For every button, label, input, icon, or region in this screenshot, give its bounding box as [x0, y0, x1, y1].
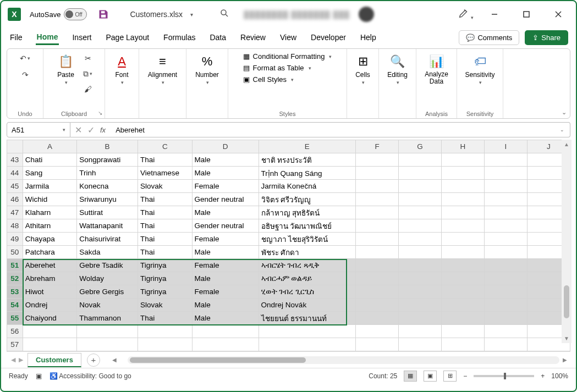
toggle-switch[interactable]: Off: [64, 8, 87, 20]
row-header[interactable]: 51: [7, 259, 23, 272]
cell[interactable]: Male: [192, 272, 259, 285]
cell[interactable]: [442, 153, 485, 167]
editing-button[interactable]: 🔍 Editing▾: [384, 52, 411, 86]
cell[interactable]: Male: [192, 312, 259, 325]
view-page-break-button[interactable]: ⊞: [443, 371, 457, 382]
format-as-table-button[interactable]: ▤Format as Table▾: [243, 64, 311, 72]
vertical-scrollbar[interactable]: ▲ ▼: [562, 140, 571, 343]
tab-view[interactable]: View: [279, 31, 298, 44]
cell[interactable]: Thai: [138, 246, 193, 259]
tab-file[interactable]: File: [9, 31, 24, 44]
cell[interactable]: Gebre Gergis: [77, 285, 138, 299]
save-icon[interactable]: [98, 9, 109, 20]
copy-button[interactable]: ⧉▾: [82, 68, 94, 80]
column-header-H[interactable]: H: [442, 140, 485, 153]
cell[interactable]: Female: [192, 285, 259, 299]
cell[interactable]: Chaisurivirat: [77, 233, 138, 246]
cell[interactable]: [23, 338, 77, 351]
cell[interactable]: [442, 180, 485, 193]
cell[interactable]: [356, 180, 399, 193]
cell[interactable]: Tigrinya: [138, 259, 193, 272]
cell[interactable]: Klaharn: [23, 206, 77, 219]
hscroll-left-icon[interactable]: ◀: [112, 357, 117, 363]
filename[interactable]: Customers.xlsx: [130, 10, 183, 19]
row-header[interactable]: 48: [7, 219, 23, 233]
cell[interactable]: [138, 325, 193, 338]
cell[interactable]: [399, 259, 442, 272]
cell[interactable]: [399, 312, 442, 325]
cell[interactable]: [442, 312, 485, 325]
cell[interactable]: Gender neutral: [192, 193, 259, 206]
cell[interactable]: [442, 219, 485, 233]
cell[interactable]: Tigrinya: [138, 285, 193, 299]
cell[interactable]: Thai: [138, 193, 193, 206]
cell[interactable]: ሂወት ገብረ ጊርጊስ: [259, 285, 355, 299]
cell[interactable]: Thai: [138, 219, 193, 233]
cell[interactable]: Jarmila Konečná: [259, 180, 355, 193]
cell[interactable]: Gebre Tsadik: [77, 259, 138, 272]
cell[interactable]: Female: [192, 259, 259, 272]
cell[interactable]: พัชระ ศักดา: [259, 246, 355, 259]
tab-home[interactable]: Home: [36, 30, 59, 45]
tab-data[interactable]: Data: [208, 31, 227, 44]
cell[interactable]: [484, 206, 527, 219]
cell[interactable]: กล้าหาญ สุทธิรัตน์: [259, 206, 355, 219]
cell[interactable]: Chayapa: [23, 233, 77, 246]
vscroll-thumb[interactable]: [564, 285, 569, 318]
cell[interactable]: Patchara: [23, 246, 77, 259]
cell[interactable]: Songprawati: [77, 153, 138, 167]
cell[interactable]: [356, 206, 399, 219]
zoom-in-button[interactable]: +: [541, 372, 545, 380]
cell[interactable]: Gender neutral: [192, 219, 259, 233]
cell[interactable]: [138, 338, 193, 351]
cell[interactable]: Wichid: [23, 193, 77, 206]
sheet-nav[interactable]: ◀▶: [7, 356, 28, 363]
tab-help[interactable]: Help: [359, 31, 377, 44]
cell[interactable]: Wolday: [77, 272, 138, 285]
row-header[interactable]: 49: [7, 233, 23, 246]
cell[interactable]: [356, 193, 399, 206]
row-header[interactable]: 44: [7, 167, 23, 180]
cell[interactable]: [442, 259, 485, 272]
next-sheet-icon[interactable]: ▶: [19, 356, 23, 363]
cell[interactable]: [484, 246, 527, 259]
cell[interactable]: [23, 325, 77, 338]
cell[interactable]: [399, 272, 442, 285]
cell[interactable]: Athitarn: [23, 219, 77, 233]
cell[interactable]: [442, 233, 485, 246]
cell[interactable]: ኣብርሓም ወልዳይ: [259, 272, 355, 285]
horizontal-scrollbar[interactable]: [128, 356, 559, 364]
formula-expand-icon[interactable]: ⌄: [560, 127, 564, 132]
cell[interactable]: [442, 272, 485, 285]
cell[interactable]: [192, 325, 259, 338]
row-header[interactable]: 46: [7, 193, 23, 206]
column-header-B[interactable]: B: [77, 140, 138, 153]
column-header-F[interactable]: F: [356, 140, 399, 153]
search-icon[interactable]: [219, 8, 229, 20]
zoom-level[interactable]: 100%: [551, 372, 568, 380]
cell[interactable]: [484, 299, 527, 312]
cell[interactable]: [356, 285, 399, 299]
sheet-tab-customers[interactable]: Customers: [28, 353, 81, 367]
cell[interactable]: [442, 193, 485, 206]
cell[interactable]: Tigrinya: [138, 272, 193, 285]
cell[interactable]: [484, 167, 527, 180]
autosave-toggle[interactable]: AutoSave Off: [30, 8, 87, 20]
row-header[interactable]: 43: [7, 153, 23, 167]
cell[interactable]: [356, 233, 399, 246]
cell[interactable]: Male: [192, 299, 259, 312]
cell[interactable]: Thai: [138, 153, 193, 167]
cell[interactable]: [77, 325, 138, 338]
hscroll-thumb[interactable]: [130, 357, 306, 363]
view-page-layout-button[interactable]: ▣: [424, 371, 437, 382]
cell[interactable]: Female: [192, 233, 259, 246]
name-box[interactable]: A51 ▾: [7, 122, 70, 137]
cell[interactable]: วิจิตร ศรีวรัญญู: [259, 193, 355, 206]
zoom-knob[interactable]: [504, 373, 506, 379]
cell[interactable]: [442, 167, 485, 180]
cell[interactable]: อธิษฐาน วัฒนาพณิชย์: [259, 219, 355, 233]
filename-caret-icon[interactable]: ▾: [190, 12, 193, 18]
cell[interactable]: Sriwarunyu: [77, 193, 138, 206]
namebox-caret-icon[interactable]: ▾: [63, 127, 65, 132]
scroll-up-icon[interactable]: ▲: [564, 141, 569, 147]
